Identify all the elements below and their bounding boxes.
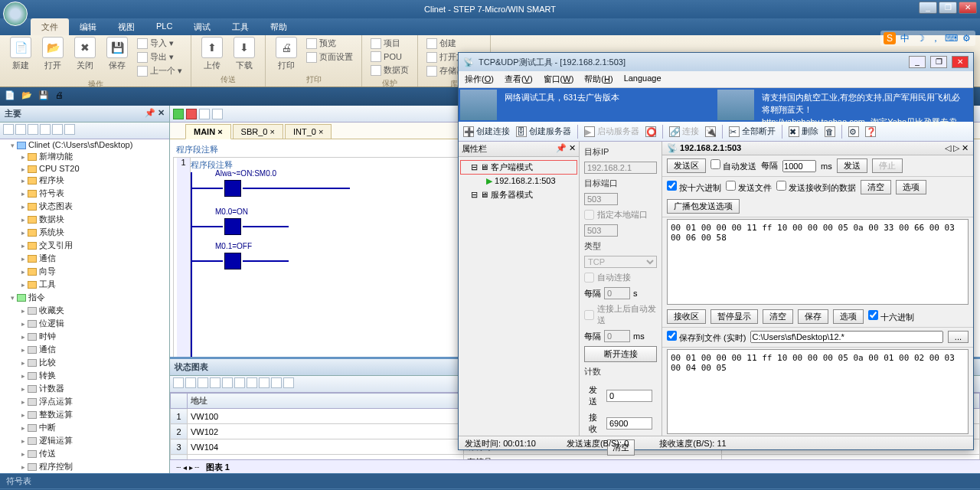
tray-comma-icon[interactable]: ， <box>929 32 942 44</box>
autoconnect-check[interactable] <box>584 273 594 283</box>
tool-min-button[interactable]: _ <box>909 56 926 68</box>
dp-ctrl[interactable]: ◁ ▷ ✕ <box>945 143 969 153</box>
tree-通信[interactable]: 通信 <box>21 343 169 356</box>
conn-item[interactable]: ▶ 192.168.2.1:503 <box>460 175 577 188</box>
port-input[interactable] <box>584 193 618 205</box>
hex-check[interactable] <box>667 181 677 191</box>
send-clear-button[interactable]: 清空 <box>861 180 891 194</box>
ribbon-导入 ▾[interactable]: 导入 ▾ <box>135 37 185 50</box>
tree-时钟[interactable]: 时钟 <box>21 330 169 343</box>
recv-area-button[interactable]: 接收区 <box>667 309 706 324</box>
disconnect-button[interactable]: 断开连接 <box>584 346 657 362</box>
type-select[interactable]: TCP <box>584 256 657 268</box>
tray-gear-icon[interactable]: ⚙ <box>960 32 972 44</box>
tree-向导[interactable]: 向导 <box>21 265 169 278</box>
tray-moon-icon[interactable]: ☽ <box>914 32 926 44</box>
menu-帮助[interactable]: 帮助 <box>260 18 298 35</box>
send-hex-area[interactable]: 00 01 00 00 00 11 ff 10 00 00 00 05 0a 0… <box>667 219 969 305</box>
mode-客户端模式[interactable]: ⊟ 🖥 客户端模式 <box>460 160 577 175</box>
tree-数据块[interactable]: 数据块 <box>21 213 169 226</box>
savefile-path[interactable] <box>750 331 942 343</box>
tree-比较[interactable]: 比较 <box>21 356 169 369</box>
recv-opt-button[interactable]: 选项 <box>833 309 864 324</box>
tree-pin-icon[interactable]: 📌 ✕ <box>145 108 165 119</box>
ribbon-页面设置[interactable]: 页面设置 <box>304 51 355 64</box>
autoconnect-interval[interactable] <box>604 287 630 299</box>
tool-titlebar[interactable]: 📡 TCP&UDP测试工具 - [192.168.2.1:503] _ ❐ ✕ <box>459 53 973 71</box>
tool-menu-item[interactable]: 窗口(W) <box>544 74 574 85</box>
tree-系统块[interactable]: 系统块 <box>21 226 169 239</box>
ribbon-上传[interactable]: ⬆上传 <box>198 37 227 71</box>
tb-icon[interactable] <box>212 109 223 119</box>
ribbon-项目[interactable]: 项目 <box>368 37 411 50</box>
tree-传送[interactable]: 传送 <box>21 447 169 460</box>
close-button[interactable]: ✕ <box>959 2 977 14</box>
tab-INT_0[interactable]: INT_0 × <box>285 124 332 139</box>
tree-符号表[interactable]: 符号表 <box>21 187 169 200</box>
tree-工具[interactable]: 工具 <box>21 278 169 291</box>
tab-MAIN[interactable]: MAIN × <box>185 124 231 139</box>
qat-print-icon[interactable]: 🖨 <box>55 90 67 103</box>
recv-save-button[interactable]: 保存 <box>798 309 828 324</box>
tooltb-创建服务器[interactable]: 🗄创建服务器 <box>516 126 571 137</box>
tree-instructions[interactable]: 指令 <box>11 291 169 304</box>
chart-tabbar[interactable]: ⵈ ◂ ▸ ⵈ 图表 1 <box>170 459 980 473</box>
tooltb-全部断开[interactable]: ✂全部断开 <box>729 126 776 137</box>
tray-ime-icon[interactable]: S <box>884 32 896 44</box>
autosend-interval[interactable] <box>604 330 630 342</box>
ribbon-预览[interactable]: 预览 <box>304 37 355 50</box>
tree-程序控制[interactable]: 程序控制 <box>21 460 169 473</box>
localport-check[interactable] <box>584 210 594 220</box>
menu-调试[interactable]: 调试 <box>183 18 221 35</box>
ribbon-关闭[interactable]: ✖关闭 <box>70 37 100 71</box>
broadcast-button[interactable]: 广播包发送选项 <box>667 199 740 214</box>
tb-icon[interactable] <box>199 109 210 119</box>
tree-转换[interactable]: 转换 <box>21 369 169 382</box>
savefile-check[interactable] <box>667 331 677 341</box>
ribbon-创建[interactable]: 创建 <box>424 37 484 50</box>
ribbon-上一个 ▾[interactable]: 上一个 ▾ <box>135 64 185 77</box>
menu-文件[interactable]: 文件 <box>31 18 69 35</box>
menu-视图[interactable]: 视图 <box>107 18 145 35</box>
tree-位逻辑[interactable]: 位逻辑 <box>21 317 169 330</box>
tool-menu-item[interactable]: 帮助(H) <box>584 74 612 85</box>
restore-button[interactable]: ❐ <box>939 2 957 14</box>
menu-工具[interactable]: 工具 <box>221 18 260 35</box>
ribbon-下载[interactable]: ⬇下载 <box>230 37 259 71</box>
tool-close-button[interactable]: ✕ <box>952 56 969 68</box>
pause-display-button[interactable]: 暂停显示 <box>710 309 758 324</box>
ribbon-POU[interactable]: POU <box>368 51 411 63</box>
ribbon-保存[interactable]: 💾保存 <box>103 37 132 71</box>
ribbon-打开[interactable]: 📂打开 <box>38 37 67 71</box>
tree-状态图表[interactable]: 状态图表 <box>21 200 169 213</box>
ribbon-数据页[interactable]: 数据页 <box>368 64 411 77</box>
qat-open-icon[interactable]: 📂 <box>21 90 34 103</box>
conn-tab[interactable]: 192.168.2.1:503 <box>680 143 741 152</box>
tree-新增功能[interactable]: 新增功能 <box>21 150 169 163</box>
browse-button[interactable]: ... <box>948 331 969 343</box>
send-opt-button[interactable]: 选项 <box>896 180 926 194</box>
ip-input[interactable] <box>584 162 657 174</box>
menu-PLC[interactable]: PLC <box>145 18 183 35</box>
tooltb-创建连接[interactable]: ➕创建连接 <box>463 126 510 137</box>
tree-交叉引用[interactable]: 交叉引用 <box>21 239 169 252</box>
tree-计数器[interactable]: 计数器 <box>21 382 169 395</box>
qat-save-icon[interactable]: 💾 <box>38 90 51 103</box>
stop-icon[interactable] <box>186 109 197 119</box>
sendrecv-check[interactable] <box>776 181 786 191</box>
menu-编辑[interactable]: 编辑 <box>69 18 107 35</box>
tree-收藏夹[interactable]: 收藏夹 <box>21 304 169 317</box>
ribbon-打印[interactable]: 🖨打印 <box>272 37 301 71</box>
localport-input[interactable] <box>584 224 618 237</box>
minimize-button[interactable]: _ <box>919 2 937 14</box>
tool-menu-item[interactable]: 查看(V) <box>505 74 533 85</box>
send-interval-input[interactable] <box>782 160 816 172</box>
tooltb-❓[interactable]: ❓ <box>865 126 876 137</box>
tab-SBR_0[interactable]: SBR_0 × <box>233 124 283 139</box>
tooltb-🗑[interactable]: 🗑 <box>825 126 835 137</box>
tray-kbd-icon[interactable]: ⌨ <box>945 32 957 44</box>
app-orb[interactable] <box>3 2 28 26</box>
tree-整数运算[interactable]: 整数运算 <box>21 408 169 421</box>
tree-通信[interactable]: 通信 <box>21 252 169 265</box>
recv-clear-button[interactable]: 清空 <box>763 309 793 324</box>
